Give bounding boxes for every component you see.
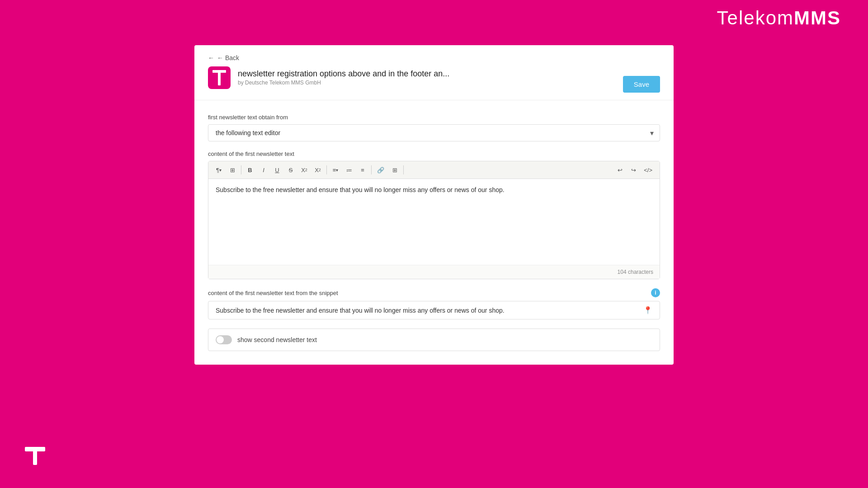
redo-btn[interactable]: ↪ — [627, 164, 639, 176]
t-logo-icon — [208, 66, 231, 89]
page-title: newsletter registration options above an… — [238, 69, 449, 79]
card-header-left: newsletter registration options above an… — [208, 66, 449, 89]
back-arrow-icon: ← — [208, 54, 214, 61]
header-text-group: newsletter registration options above an… — [238, 69, 449, 86]
undo-btn[interactable]: ↩ — [614, 164, 626, 176]
align-btn[interactable]: ≡ ▾ — [330, 164, 341, 176]
editor-content: Subscribe to the free newsletter and ens… — [216, 186, 505, 193]
t-logo-bottom-svg — [23, 443, 47, 468]
code-btn[interactable]: </> — [641, 164, 655, 176]
logo-telekom-text: Telekom — [717, 7, 794, 29]
link-btn[interactable]: 🔗 — [374, 164, 387, 176]
strikethrough-btn[interactable]: S — [285, 164, 297, 176]
top-header: Telekom MMS — [0, 0, 868, 36]
card-header-row: newsletter registration options above an… — [208, 62, 660, 93]
snippet-field-wrapper: Subscribe to the free newsletter and ens… — [208, 301, 660, 319]
italic-btn[interactable]: I — [258, 164, 269, 176]
svg-rect-1 — [218, 70, 221, 85]
back-link[interactable]: ← ← Back — [208, 54, 239, 61]
back-label: ← Back — [217, 54, 239, 61]
info-icon: i — [651, 288, 660, 297]
obtain-select-wrapper: the following text editor ▾ — [208, 124, 660, 141]
toggle-label: show second newsletter text — [237, 336, 317, 343]
bottom-logo — [23, 443, 47, 470]
snippet-label: content of the first newsletter text fro… — [208, 290, 338, 296]
obtain-label: first newsletter text obtain from — [208, 114, 660, 121]
superscript-btn[interactable]: X2 — [298, 164, 310, 176]
table-btn[interactable]: ⊞ — [389, 164, 401, 176]
content-label: content of the first newsletter text — [208, 150, 660, 157]
snippet-value: Subscribe to the free newsletter and ens… — [216, 307, 505, 314]
toolbar-right: ↩ ↪ </> — [614, 164, 655, 176]
paragraph-btn[interactable]: ¶ ▾ — [213, 164, 225, 176]
toggle-row: show second newsletter text — [208, 328, 660, 351]
editor-toolbar: ¶ ▾ ⊞ B I U S X2 X2 ≡ ▾ ≔ ≡ 🔗 ⊞ ↩ ↪ — [208, 161, 660, 179]
t-icon-svg — [212, 70, 226, 85]
card-header: ← ← Back newsletter registration options… — [194, 45, 674, 100]
logo-mms-text: MMS — [794, 7, 841, 29]
toolbar-sep-1 — [241, 165, 241, 174]
underline-btn[interactable]: U — [271, 164, 283, 176]
toolbar-sep-3 — [371, 165, 372, 174]
char-count: 104 characters — [618, 269, 653, 275]
toolbar-sep-4 — [403, 165, 404, 174]
subscript-btn[interactable]: X2 — [312, 164, 324, 176]
save-button[interactable]: Save — [623, 76, 660, 93]
snippet-field: Subscribe to the free newsletter and ens… — [208, 301, 660, 319]
telekom-logo: Telekom MMS — [717, 7, 841, 29]
list-ordered-btn[interactable]: ≡ — [357, 164, 368, 176]
editor-footer: 104 characters — [208, 265, 660, 279]
snippet-header: content of the first newsletter text fro… — [208, 288, 660, 297]
obtain-select[interactable]: the following text editor — [208, 124, 660, 141]
editor-area[interactable]: Subscribe to the free newsletter and ens… — [208, 179, 660, 265]
page-subtitle: by Deutsche Telekom MMS GmbH — [238, 80, 449, 86]
pin-icon: 📍 — [643, 306, 652, 314]
editor-container: ¶ ▾ ⊞ B I U S X2 X2 ≡ ▾ ≔ ≡ 🔗 ⊞ ↩ ↪ — [208, 161, 660, 279]
card-body: first newsletter text obtain from the fo… — [194, 100, 674, 365]
bold-btn[interactable]: B — [244, 164, 256, 176]
main-card: ← ← Back newsletter registration options… — [194, 45, 674, 365]
svg-rect-3 — [33, 447, 37, 465]
toggle-switch[interactable] — [216, 335, 232, 344]
list-unordered-btn[interactable]: ≔ — [343, 164, 355, 176]
toolbar-sep-2 — [326, 165, 327, 174]
expand-btn[interactable]: ⊞ — [226, 164, 238, 176]
